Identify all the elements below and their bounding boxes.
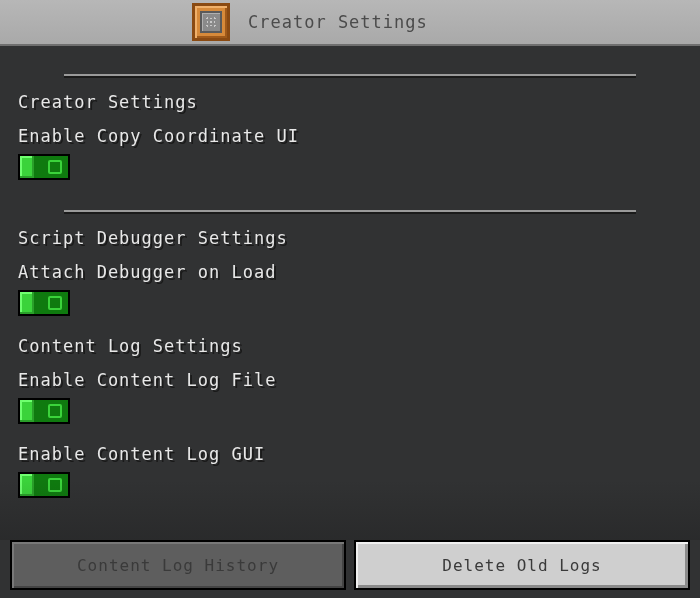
button-label: Delete Old Logs	[442, 556, 602, 575]
button-label: Content Log History	[77, 556, 279, 575]
option-label-attach-debugger: Attach Debugger on Load	[18, 262, 682, 282]
command-block-icon	[192, 3, 230, 41]
divider	[64, 74, 636, 76]
option-label-copy-coord: Enable Copy Coordinate UI	[18, 126, 682, 146]
section-title-content-log: Content Log Settings	[18, 336, 682, 356]
toggle-copy-coordinate-ui[interactable]	[18, 154, 70, 180]
section-title-creator: Creator Settings	[18, 92, 682, 112]
command-block-icon-inner	[200, 11, 222, 33]
button-row: Content Log History Delete Old Logs	[10, 540, 690, 590]
option-label-content-log-file: Enable Content Log File	[18, 370, 682, 390]
toggle-enable-content-log-gui[interactable]	[18, 472, 70, 498]
content-panel: Creator Settings Enable Copy Coordinate …	[0, 46, 700, 598]
toggle-attach-debugger-on-load[interactable]	[18, 290, 70, 316]
section-title-script-debugger: Script Debugger Settings	[18, 228, 682, 248]
header-bar: Creator Settings	[0, 0, 700, 46]
option-label-content-log-gui: Enable Content Log GUI	[18, 444, 682, 464]
divider	[64, 210, 636, 212]
toggle-enable-content-log-file[interactable]	[18, 398, 70, 424]
delete-old-logs-button[interactable]: Delete Old Logs	[354, 540, 690, 590]
header-title: Creator Settings	[248, 12, 428, 32]
content-log-history-button: Content Log History	[10, 540, 346, 590]
